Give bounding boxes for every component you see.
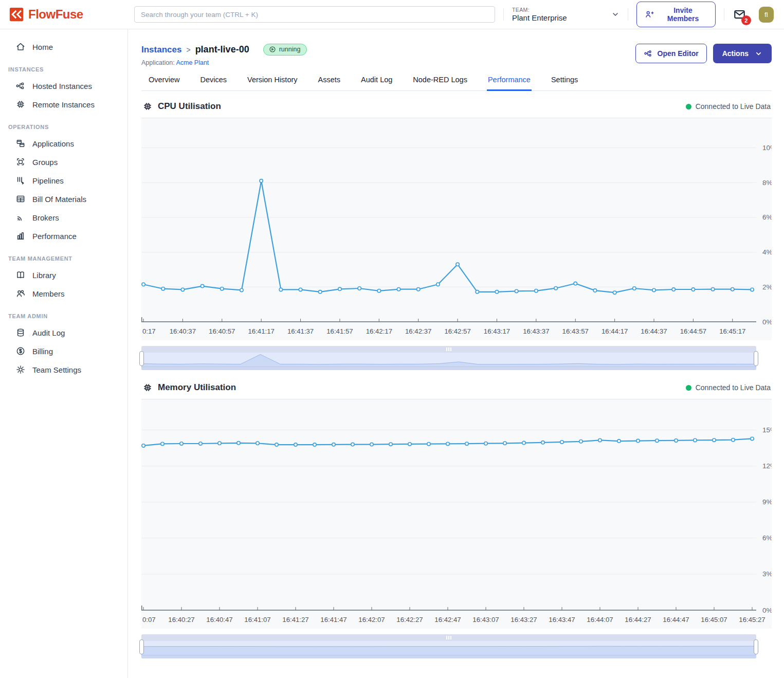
breadcrumb-instances-link[interactable]: Instances (141, 45, 181, 55)
application-link[interactable]: Acme Plant (176, 59, 209, 66)
svg-text:16:43:57: 16:43:57 (562, 327, 589, 335)
memory-utilisation-section: Memory Utilisation Connected to Live Dat… (141, 372, 772, 658)
logo-wordmark: FlowFuse (28, 7, 83, 22)
brush-left-handle[interactable] (139, 351, 144, 366)
svg-text:9%: 9% (762, 498, 772, 506)
flowfuse-logo-icon (9, 7, 24, 22)
brush-grip-handle[interactable] (141, 346, 756, 353)
tab-performance[interactable]: Performance (487, 76, 532, 91)
tab-settings[interactable]: Settings (550, 76, 579, 91)
sidebar-item-library[interactable]: Library (0, 266, 127, 284)
remote-instances-icon (15, 99, 26, 109)
svg-text:16:41:57: 16:41:57 (326, 327, 353, 335)
svg-text:2%: 2% (762, 283, 772, 291)
sidebar-item-home[interactable]: Home (0, 38, 127, 56)
svg-text:6%: 6% (762, 213, 772, 221)
svg-text:16:43:27: 16:43:27 (510, 616, 537, 624)
svg-text:16:41:47: 16:41:47 (320, 616, 347, 624)
home-icon (15, 42, 26, 52)
hosted-instances-icon (15, 81, 26, 91)
svg-text:16:42:17: 16:42:17 (366, 327, 392, 335)
team-label: TEAM: (512, 7, 567, 13)
cpu-range-brush[interactable] (141, 346, 756, 370)
svg-text:12%: 12% (762, 462, 772, 470)
svg-text:16:41:27: 16:41:27 (282, 616, 308, 624)
cpu-chip-icon (142, 101, 153, 112)
sidebar-item-audit-log[interactable]: Audit Log (0, 323, 127, 342)
open-editor-button[interactable]: Open Editor (635, 44, 707, 63)
brush-right-handle[interactable] (754, 639, 758, 654)
sidebar-item-hosted-instances[interactable]: Hosted Instances (0, 77, 127, 95)
svg-text:0:07: 0:07 (142, 616, 156, 624)
sidebar-item-brokers[interactable]: Brokers (0, 208, 127, 227)
play-circle-icon (269, 46, 276, 53)
sidebar: Home INSTANCES Hosted Instances Remote I… (0, 29, 128, 678)
svg-text:16:43:37: 16:43:37 (523, 327, 549, 335)
editor-node-icon (644, 49, 653, 58)
svg-text:16:45:07: 16:45:07 (701, 616, 727, 624)
svg-text:16:41:37: 16:41:37 (287, 327, 314, 335)
notifications-button[interactable]: 2 (733, 8, 746, 21)
cpu-chart[interactable]: 0%2%4%6%8%10%0:1716:40:3716:40:5716:41:1… (141, 118, 772, 340)
brush-left-handle[interactable] (139, 639, 144, 654)
sidebar-item-bill-of-materials[interactable]: Bill Of Materials (0, 190, 127, 208)
breadcrumb: Instances > plant-live-00 running (141, 44, 307, 56)
brush-grip-handle[interactable] (141, 634, 756, 641)
members-icon (15, 288, 26, 299)
sidebar-item-members[interactable]: Members (0, 284, 127, 303)
actions-button[interactable]: Actions (713, 44, 772, 63)
svg-text:10%: 10% (762, 144, 772, 152)
tab-devices[interactable]: Devices (199, 76, 228, 91)
sidebar-item-pipelines[interactable]: Pipelines (0, 171, 127, 190)
sidebar-item-team-settings[interactable]: Team Settings (0, 360, 127, 379)
billing-icon (15, 346, 26, 356)
chevron-down-icon (755, 50, 762, 58)
svg-text:16:44:17: 16:44:17 (601, 327, 628, 335)
avatar[interactable]: fl (759, 7, 774, 23)
memory-range-brush[interactable] (141, 634, 756, 658)
applications-icon (15, 138, 26, 149)
memory-chip-icon (142, 382, 153, 393)
instance-tabs: Overview Devices Version History Assets … (141, 76, 772, 91)
svg-text:16:41:07: 16:41:07 (244, 616, 270, 624)
tab-audit-log[interactable]: Audit Log (360, 76, 393, 91)
search-input[interactable] (134, 6, 495, 23)
svg-text:16:44:07: 16:44:07 (587, 616, 613, 624)
sidebar-item-applications[interactable]: Applications (0, 134, 127, 153)
sidebar-item-groups[interactable]: Groups (0, 153, 127, 171)
tab-version-history[interactable]: Version History (246, 76, 299, 91)
live-dot-icon (686, 385, 691, 391)
svg-text:16:42:07: 16:42:07 (358, 616, 385, 624)
team-search (134, 6, 495, 23)
svg-text:16:45:17: 16:45:17 (719, 327, 745, 335)
status-badge: running (263, 44, 307, 56)
bill-of-materials-icon (15, 194, 26, 204)
sidebar-section-operations: OPERATIONS (0, 114, 127, 134)
svg-text:16:43:47: 16:43:47 (549, 616, 575, 624)
svg-text:8%: 8% (762, 179, 772, 187)
svg-text:16:41:17: 16:41:17 (248, 327, 274, 335)
sidebar-item-remote-instances[interactable]: Remote Instances (0, 95, 127, 114)
groups-icon (15, 157, 26, 167)
cpu-live-status: Connected to Live Data (686, 102, 771, 111)
library-icon (15, 270, 26, 280)
divider (724, 8, 724, 21)
memory-chart[interactable]: 0%3%6%9%12%15%0:0716:40:2716:40:4716:41:… (141, 399, 772, 629)
flowfuse-logo[interactable]: FlowFuse (0, 7, 128, 22)
team-selector[interactable]: TEAM: Plant Enterprise (512, 7, 619, 22)
svg-text:16:43:07: 16:43:07 (472, 616, 499, 624)
brush-right-handle[interactable] (754, 351, 758, 366)
tab-assets[interactable]: Assets (317, 76, 342, 91)
application-line: Application: Acme Plant (141, 59, 307, 66)
tab-node-red-logs[interactable]: Node-RED Logs (412, 76, 468, 91)
team-settings-icon (15, 364, 26, 375)
svg-text:0:17: 0:17 (142, 327, 156, 335)
tab-overview[interactable]: Overview (148, 76, 180, 91)
svg-text:3%: 3% (762, 570, 772, 578)
sidebar-item-performance[interactable]: Performance (0, 227, 127, 245)
chevron-down-icon (611, 10, 619, 19)
cpu-section-title: CPU Utilisation (158, 101, 221, 112)
divider (628, 8, 628, 21)
invite-members-button[interactable]: Invite Members (636, 2, 716, 27)
sidebar-item-billing[interactable]: Billing (0, 342, 127, 360)
